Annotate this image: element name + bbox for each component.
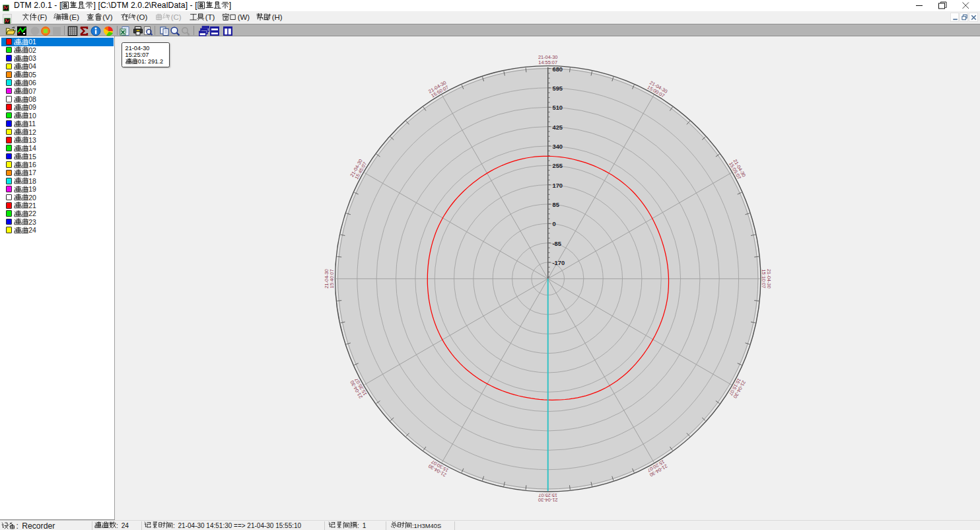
svg-text:340: 340 <box>553 143 563 150</box>
svg-text:14:55:07: 14:55:07 <box>538 59 557 65</box>
svg-text:15:10:07: 15:10:07 <box>761 269 767 288</box>
svg-text:0: 0 <box>553 221 556 227</box>
svg-text:-170: -170 <box>553 260 565 266</box>
svg-text:255: 255 <box>553 163 563 169</box>
svg-text:170: 170 <box>553 182 563 189</box>
svg-text:680: 680 <box>553 66 563 73</box>
svg-text:510: 510 <box>553 104 563 111</box>
svg-text:85: 85 <box>553 202 559 208</box>
svg-text:-85: -85 <box>553 241 561 247</box>
svg-text:425: 425 <box>553 124 563 131</box>
svg-text:15:25:07: 15:25:07 <box>538 492 557 498</box>
svg-text:595: 595 <box>553 85 563 92</box>
svg-text:15:40:07: 15:40:07 <box>329 269 335 288</box>
